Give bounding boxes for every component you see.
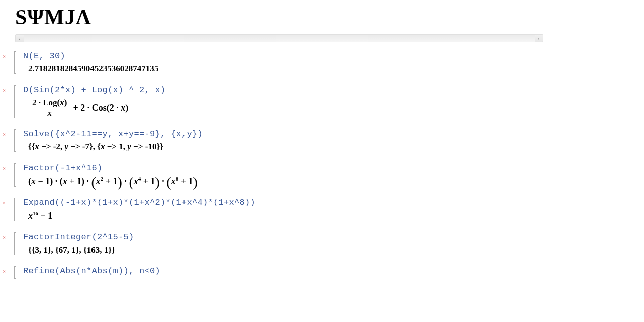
- cell-bracket: [14, 163, 16, 187]
- close-icon[interactable]: ×: [1, 51, 7, 74]
- cell-input[interactable]: Solve({x^2-11==y, x+y==-9}, {x,y}): [23, 129, 634, 139]
- scroll-right-button[interactable]: ›: [535, 35, 543, 42]
- close-icon[interactable]: ×: [1, 85, 7, 118]
- cell: × Solve({x^2-11==y, x+y==-9}, {x,y}) {{x…: [0, 129, 634, 152]
- cell: × Expand((-1+x)*(1+x)*(1+x^2)*(1+x^4)*(1…: [0, 198, 634, 221]
- cell-input[interactable]: Factor(-1+x^16): [23, 163, 634, 173]
- cell-bracket: [14, 129, 16, 152]
- scroll-left-button[interactable]: ‹: [16, 35, 24, 42]
- cell: × Factor(-1+x^16) (x − 1) · (x + 1) · (x…: [0, 163, 634, 187]
- scroll-track[interactable]: [24, 35, 535, 42]
- cell-output: 2 · Log(x) x + 2 · Cos(2 · x): [23, 98, 634, 118]
- cell-content: Solve({x^2-11==y, x+y==-9}, {x,y}) {{x −…: [23, 129, 634, 152]
- cell-bracket: [14, 51, 16, 74]
- cells-container: × N(E, 30) 2.718281828459045235360287471…: [0, 51, 644, 279]
- cell-output: (x − 1) · (x + 1) · (x2 + 1) · (x4 + 1) …: [23, 176, 634, 187]
- cell-content: D(Sin(2*x) + Log(x) ^ 2, x) 2 · Log(x) x…: [23, 85, 634, 118]
- app-logo: SΨMJΛ: [0, 0, 644, 34]
- cell-bracket: [14, 266, 16, 279]
- cell-output: {{3, 1}, {67, 1}, {163, 1}}: [23, 245, 634, 255]
- cell-content: Refine(Abs(n*Abs(m)), n<0): [23, 266, 634, 279]
- close-icon[interactable]: ×: [1, 232, 7, 255]
- cell-bracket: [14, 232, 16, 255]
- fraction: 2 · Log(x) x: [30, 98, 69, 118]
- cell: × FactorInteger(2^15-5) {{3, 1}, {67, 1}…: [0, 232, 634, 255]
- cell-content: FactorInteger(2^15-5) {{3, 1}, {67, 1}, …: [23, 232, 634, 255]
- close-icon[interactable]: ×: [1, 163, 7, 187]
- close-icon[interactable]: ×: [1, 198, 7, 221]
- fraction-numerator: 2 · Log(x): [30, 98, 69, 108]
- cell-input[interactable]: Expand((-1+x)*(1+x)*(1+x^2)*(1+x^4)*(1+x…: [23, 198, 634, 207]
- cell-input[interactable]: FactorInteger(2^15-5): [23, 232, 634, 242]
- cell-output: 2.71828182845904523536028747135: [23, 64, 634, 74]
- cell-content: N(E, 30) 2.71828182845904523536028747135: [23, 51, 634, 74]
- cell: × D(Sin(2*x) + Log(x) ^ 2, x) 2 · Log(x)…: [0, 85, 634, 118]
- horizontal-scrollbar[interactable]: ‹ ›: [15, 34, 543, 42]
- cell-output: x16 − 1: [23, 210, 634, 221]
- cell: × Refine(Abs(n*Abs(m)), n<0): [0, 266, 634, 279]
- cell-input[interactable]: Refine(Abs(n*Abs(m)), n<0): [23, 266, 634, 276]
- cell-bracket: [14, 85, 16, 118]
- cell-input[interactable]: N(E, 30): [23, 51, 634, 61]
- close-icon[interactable]: ×: [1, 129, 7, 152]
- cell-output: {{x −> -2, y −> -7}, {x −> 1, y −> -10}}: [23, 142, 634, 152]
- close-icon[interactable]: ×: [1, 266, 7, 279]
- fraction-denominator: x: [45, 108, 54, 118]
- math-rest: + 2 · Cos(2 · x): [73, 103, 128, 113]
- cell: × N(E, 30) 2.718281828459045235360287471…: [0, 51, 634, 74]
- cell-bracket: [14, 198, 16, 221]
- cell-content: Factor(-1+x^16) (x − 1) · (x + 1) · (x2 …: [23, 163, 634, 187]
- cell-content: Expand((-1+x)*(1+x)*(1+x^2)*(1+x^4)*(1+x…: [23, 198, 634, 221]
- cell-input[interactable]: D(Sin(2*x) + Log(x) ^ 2, x): [23, 85, 634, 95]
